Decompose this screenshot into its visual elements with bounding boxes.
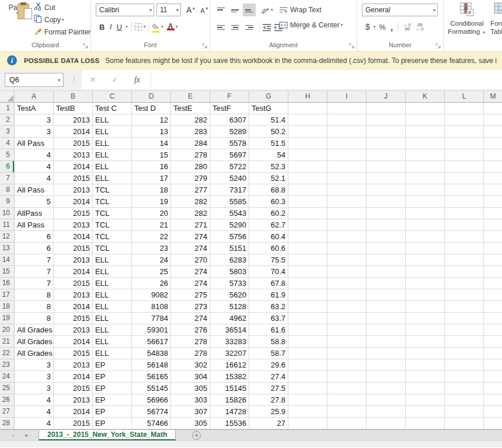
cell[interactable]: 52.3 <box>249 161 288 173</box>
cell[interactable]: 2013 <box>54 114 93 126</box>
cell[interactable]: 2013 <box>54 219 93 231</box>
cell[interactable] <box>288 126 327 138</box>
cell[interactable]: 284 <box>171 138 210 149</box>
cell[interactable] <box>288 184 327 196</box>
cell[interactable]: 5543 <box>210 208 249 219</box>
cell[interactable]: TCL <box>93 231 132 243</box>
cell[interactable]: All Pass <box>15 219 54 231</box>
cell[interactable] <box>484 149 502 161</box>
row-number[interactable]: 2 <box>0 114 15 126</box>
cell[interactable] <box>327 324 367 336</box>
cell[interactable]: 8108 <box>132 301 171 313</box>
cell[interactable]: EP <box>93 418 132 429</box>
cell[interactable]: 2015 <box>54 243 93 254</box>
cell[interactable]: EP <box>93 394 132 406</box>
cell[interactable] <box>445 324 484 336</box>
cell[interactable] <box>327 254 367 266</box>
cell[interactable] <box>445 289 484 301</box>
cell[interactable] <box>288 243 327 254</box>
row-number[interactable]: 5 <box>0 149 15 161</box>
cell[interactable]: 19 <box>132 196 171 208</box>
cell[interactable] <box>367 289 406 301</box>
cell[interactable] <box>445 196 484 208</box>
cell[interactable] <box>288 406 327 418</box>
cell[interactable] <box>367 231 406 243</box>
cell[interactable]: 274 <box>171 313 210 324</box>
cell[interactable]: 15145 <box>210 383 249 394</box>
cell[interactable] <box>445 173 484 184</box>
italic-button[interactable]: I <box>107 22 114 32</box>
cell[interactable] <box>406 348 445 359</box>
cell[interactable]: All Grades <box>15 336 54 348</box>
cell[interactable]: 2014 <box>54 371 93 383</box>
cell[interactable] <box>445 301 484 313</box>
cell[interactable] <box>406 301 445 313</box>
cell[interactable]: 5722 <box>210 161 249 173</box>
cell[interactable] <box>484 196 502 208</box>
cell[interactable] <box>445 254 484 266</box>
cell[interactable]: 56774 <box>132 406 171 418</box>
insert-function-icon[interactable]: fx <box>126 75 148 85</box>
cell[interactable]: 8 <box>15 301 54 313</box>
cell[interactable]: 5620 <box>210 289 249 301</box>
cell[interactable]: ELL <box>93 336 132 348</box>
cell[interactable]: 27.8 <box>249 394 288 406</box>
cell[interactable]: 7 <box>15 254 54 266</box>
cell[interactable]: 305 <box>171 383 210 394</box>
cell[interactable] <box>327 184 367 196</box>
cell[interactable] <box>327 114 367 126</box>
cell[interactable] <box>445 359 484 371</box>
cell[interactable]: ELL <box>93 254 132 266</box>
cell[interactable] <box>327 348 367 359</box>
cell[interactable] <box>484 138 502 149</box>
cell[interactable]: 2014 <box>54 231 93 243</box>
bold-button[interactable]: B <box>97 22 107 32</box>
cell[interactable] <box>445 161 484 173</box>
cell[interactable]: 62.7 <box>249 219 288 231</box>
cell[interactable]: 7 <box>15 266 54 278</box>
format-as-table-button[interactable]: Forma Tabl <box>490 2 502 36</box>
row-number[interactable]: 28 <box>0 418 15 429</box>
cell[interactable]: 18 <box>132 184 171 196</box>
select-all-corner[interactable] <box>0 91 15 103</box>
cell[interactable]: 15 <box>132 149 171 161</box>
cell[interactable] <box>406 254 445 266</box>
cell[interactable] <box>367 371 406 383</box>
cell[interactable]: Test C <box>93 103 132 114</box>
cell[interactable] <box>406 161 445 173</box>
cell[interactable]: 55145 <box>132 383 171 394</box>
cell[interactable]: 2013 <box>54 149 93 161</box>
cell[interactable]: 8 <box>15 289 54 301</box>
cell[interactable] <box>288 138 327 149</box>
cell[interactable]: 302 <box>171 359 210 371</box>
enter-icon[interactable]: ✓ <box>104 75 126 84</box>
cell[interactable] <box>484 418 502 429</box>
cell[interactable]: 282 <box>171 208 210 219</box>
cell[interactable] <box>367 336 406 348</box>
row-number[interactable]: 16 <box>0 278 15 289</box>
cell[interactable]: ELL <box>93 348 132 359</box>
row-number[interactable]: 19 <box>0 313 15 324</box>
cell[interactable] <box>327 219 367 231</box>
row-number[interactable]: 25 <box>0 383 15 394</box>
cell[interactable]: 60.3 <box>249 196 288 208</box>
cell[interactable]: 16 <box>132 161 171 173</box>
cell[interactable] <box>484 336 502 348</box>
cell[interactable] <box>327 301 367 313</box>
cell[interactable] <box>288 278 327 289</box>
cell[interactable] <box>327 418 367 429</box>
cell[interactable]: 4 <box>15 173 54 184</box>
cell[interactable] <box>327 243 367 254</box>
column-header[interactable]: A <box>15 91 54 103</box>
cell[interactable]: 279 <box>171 173 210 184</box>
currency-button[interactable]: $ <box>363 22 372 32</box>
cell[interactable]: 26 <box>132 278 171 289</box>
cell[interactable] <box>484 383 502 394</box>
formula-bar-drag-handle[interactable]: ⋮ <box>70 75 78 83</box>
cell[interactable] <box>406 208 445 219</box>
top-align-icon[interactable] <box>215 4 228 16</box>
row-number[interactable]: 1 <box>0 103 15 114</box>
column-header[interactable]: C <box>93 91 132 103</box>
cell[interactable] <box>327 383 367 394</box>
cell[interactable]: 17 <box>132 173 171 184</box>
